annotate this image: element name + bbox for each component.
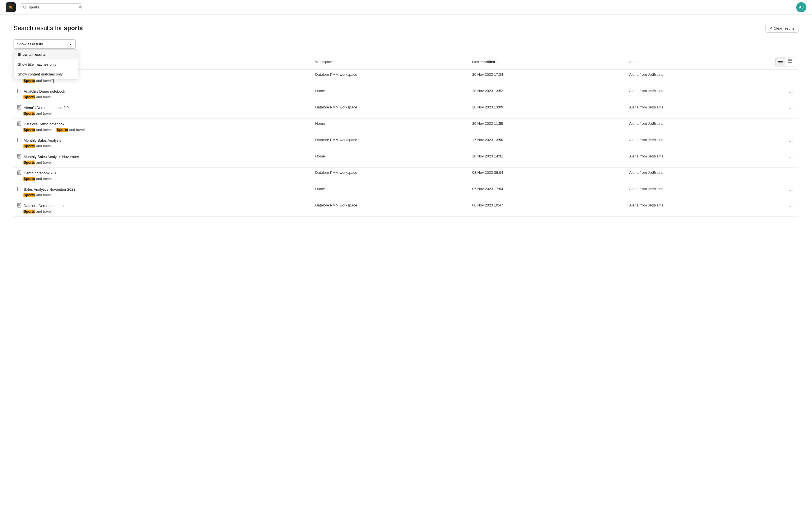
notebook-icon [17, 105, 21, 110]
cell-name-5: Monthly Sales Analysis Sports and travel [13, 135, 312, 151]
results-tbody: Anatolii's Dmeo notebook Sports and trav… [13, 69, 799, 217]
user-avatar[interactable]: AJ [796, 2, 806, 12]
cell-actions-4: ··· [759, 119, 799, 135]
table-row: Datalore Demo notebook Sports and travel… [13, 119, 799, 135]
cell-modified-5: 17 Nov 2023 13:50 [469, 135, 626, 151]
table-row: Demo notebook 2.0 Sports and travel Data… [13, 168, 799, 184]
more-options-button[interactable]: ··· [786, 105, 795, 112]
view-toggle [775, 57, 795, 66]
results-table: Name Workspace Last modified ↓ Author [13, 54, 799, 217]
cell-name-6: Monthly Sales Analysis November Sports a… [13, 151, 312, 168]
filter-option-title[interactable]: Show title matches only [14, 59, 78, 69]
cell-modified-1: 20 Nov 2023 17:34 [469, 69, 626, 86]
more-options-button[interactable]: ··· [786, 203, 795, 210]
notebook-snippet: Sports and travel [17, 193, 308, 197]
notebook-cell: Monthly Sales Analysis Sports and travel [17, 138, 308, 148]
cell-author-9: Alena from JetBrains [626, 200, 759, 217]
svg-rect-3 [778, 61, 783, 62]
view-list-button[interactable] [776, 57, 785, 66]
notebook-name: Alena's Demo notebook 2.0 [24, 106, 68, 110]
cell-workspace-2: Home [312, 86, 469, 102]
table-row: Monthly Sales Analysis Sports and travel… [13, 135, 799, 151]
cell-actions-2: ··· [759, 86, 799, 102]
notebook-cell: Monthly Sales Analysis November Sports a… [17, 154, 308, 165]
clear-results-button[interactable]: × Clear results [765, 24, 799, 33]
topbar-left: DL sports × [6, 2, 82, 12]
cell-modified-8: 07 Nov 2023 17:54 [469, 184, 626, 200]
cell-author-7: Alena from JetBrains [626, 168, 759, 184]
notebook-cell: Anatolii's Dmeo notebook Sports and trav… [17, 89, 308, 99]
clear-results-x-icon: × [770, 26, 772, 31]
cell-modified-4: 20 Nov 2023 11:55 [469, 119, 626, 135]
svg-rect-8 [790, 62, 792, 63]
cell-actions-7: ··· [759, 168, 799, 184]
cell-name-2: Anatolii's Dmeo notebook Sports and trav… [13, 86, 312, 102]
notebook-icon [17, 138, 21, 143]
filter-dropdown-button[interactable]: Show all results ▲ [13, 40, 75, 49]
cell-workspace-1: Datalore PMM workspace [312, 69, 469, 86]
filter-option-content[interactable]: Show content matches only [14, 69, 78, 79]
cell-actions-5: ··· [759, 135, 799, 151]
more-options-button[interactable]: ··· [786, 121, 795, 128]
more-options-button[interactable]: ··· [786, 72, 795, 79]
column-header-last-modified[interactable]: Last modified ↓ [469, 54, 626, 69]
notebook-snippet: Sports and travel"] [17, 79, 308, 83]
notebook-snippet: Sports and travel [17, 177, 308, 181]
cell-author-3: Alena from JetBrains [626, 102, 759, 119]
more-options-button[interactable]: ··· [786, 170, 795, 177]
cell-author-8: Alena from JetBrains [626, 184, 759, 200]
more-options-button[interactable]: ··· [786, 187, 795, 194]
notebook-snippet: Sports and travel [17, 144, 308, 148]
grid-view-icon [788, 59, 792, 64]
cell-modified-9: 06 Nov 2023 10:47 [469, 200, 626, 217]
table-row: Datalore Demo notebook Sports and travel… [13, 200, 799, 217]
notebook-name: Anatolii's Dmeo notebook [24, 89, 65, 94]
svg-rect-5 [788, 59, 790, 61]
notebook-title-row: Sales Analytics November 2023 [17, 187, 308, 192]
results-table-wrapper: Name Workspace Last modified ↓ Author [13, 54, 799, 217]
filter-dropdown-menu: Show all results Show title matches only… [13, 49, 79, 79]
notebook-snippet: Sports and travel [17, 95, 308, 99]
notebook-name: Demo notebook 2.0 [24, 171, 56, 175]
notebook-icon [17, 121, 21, 127]
list-view-icon [778, 59, 783, 64]
cell-name-8: Sales Analytics November 2023 Sports and… [13, 184, 312, 200]
clear-search-button[interactable]: × [79, 5, 81, 10]
notebook-title-row: Monthly Sales Analysis November [17, 154, 308, 159]
cell-author-5: Alena from JetBrains [626, 135, 759, 151]
cell-actions-8: ··· [759, 184, 799, 200]
filter-option-all[interactable]: Show all results [14, 50, 78, 59]
view-grid-button[interactable] [785, 57, 795, 66]
app-logo: DL [6, 2, 16, 12]
table-row: Alena's Demo notebook 2.0 Sports and tra… [13, 102, 799, 119]
notebook-icon [17, 170, 21, 176]
cell-actions-6: ··· [759, 151, 799, 168]
search-input[interactable]: sports [29, 5, 77, 9]
table-row: Sales Analytics November 2023 Sports and… [13, 184, 799, 200]
cell-author-4: Alena from JetBrains [626, 119, 759, 135]
page-title: Search results for sports [13, 24, 83, 32]
notebook-title-row: Anatolii's Dmeo notebook [17, 89, 308, 94]
more-options-button[interactable]: ··· [786, 138, 795, 145]
cell-workspace-8: Home [312, 184, 469, 200]
chevron-up-icon: ▲ [69, 43, 72, 46]
notebook-cell: Datalore Demo notebook Sports and travel… [17, 121, 308, 132]
cell-workspace-5: Datalore PMM workspace [312, 135, 469, 151]
notebook-name: Datalore Demo notebook [24, 204, 64, 208]
sort-arrow-icon: ↓ [496, 60, 498, 64]
cell-name-3: Alena's Demo notebook 2.0 Sports and tra… [13, 102, 312, 119]
cell-name-9: Datalore Demo notebook Sports and travel [13, 200, 312, 217]
cell-workspace-6: Home [312, 151, 469, 168]
notebook-title-row: Monthly Sales Analysis [17, 138, 308, 143]
notebook-title-row: Datalore Demo notebook [17, 203, 308, 209]
notebook-snippet: Sports and travel ... Sports and travel [17, 128, 308, 132]
topbar: DL sports × AJ [0, 0, 812, 15]
notebook-icon [17, 187, 21, 192]
svg-rect-6 [790, 59, 792, 61]
more-options-button[interactable]: ··· [786, 89, 795, 96]
notebook-name: Monthly Sales Analysis November [24, 155, 79, 159]
svg-rect-4 [778, 62, 783, 63]
cell-actions-9: ··· [759, 200, 799, 217]
filter-section: Show all results ▲ Show all results Show… [13, 40, 799, 49]
more-options-button[interactable]: ··· [786, 154, 795, 161]
